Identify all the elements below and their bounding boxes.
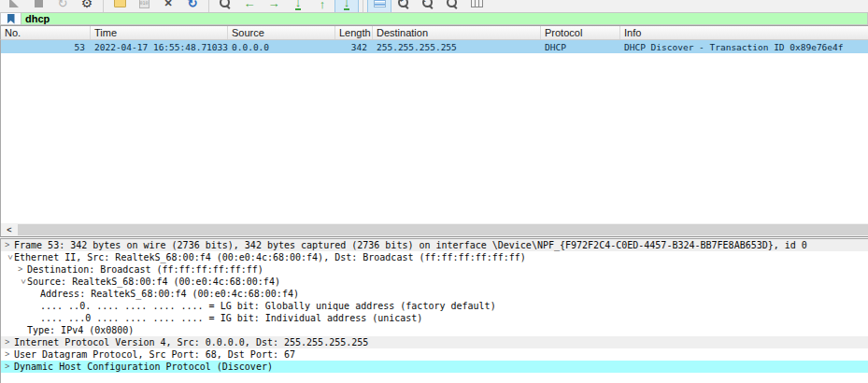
zoom-100-icon <box>447 0 458 8</box>
column-header-length[interactable]: Length <box>335 26 373 39</box>
column-header-source[interactable]: Source <box>228 26 335 39</box>
detail-row[interactable]: >User Datagram Protocol, Src Port: 68, D… <box>1 348 868 361</box>
expander-icon[interactable]: > <box>17 277 29 287</box>
go-forward-icon[interactable]: → <box>262 0 286 12</box>
toolbar-separator <box>103 0 104 12</box>
detail-row[interactable]: >Frame 53: 342 bytes on wire (2736 bits)… <box>1 239 868 251</box>
packet-list-hscrollbar[interactable]: < <box>0 223 868 237</box>
main-toolbar: ↻⚙010✕↻←→↓↑↓+- <box>0 0 868 12</box>
detail-row[interactable]: >Source: RealtekS_68:00:f4 (00:e0:4c:68:… <box>1 276 868 288</box>
expander-icon[interactable]: > <box>5 361 14 373</box>
save-file-icon[interactable]: 010 <box>132 0 156 12</box>
open-file-icon[interactable] <box>107 0 132 12</box>
restart-capture-icon[interactable]: ↻ <box>50 0 75 12</box>
detail-text: Type: IPv4 (0x0800) <box>27 324 134 336</box>
detail-text: Internet Protocol Version 4, Src: 0.0.0.… <box>14 336 368 348</box>
restart-capture-icon: ↻ <box>58 0 68 9</box>
zoom-out-icon[interactable]: - <box>416 0 440 12</box>
packet-details: >Frame 53: 342 bytes on wire (2736 bits)… <box>0 238 868 383</box>
detail-text: Dynamic Host Configuration Protocol (Dis… <box>14 361 273 373</box>
detail-text: Frame 53: 342 bytes on wire (2736 bits),… <box>14 239 807 251</box>
go-to-packet-icon[interactable]: ↓ <box>286 0 310 12</box>
packet-cell-no: 53 <box>1 42 91 52</box>
detail-text: Destination: Broadcast (ff:ff:ff:ff:ff:f… <box>27 263 263 276</box>
packet-cell-time: 2022-04-17 16:55:48.710338 <box>91 42 228 52</box>
packet-list-body: 532022-04-17 16:55:48.7103380.0.0.034225… <box>0 40 868 223</box>
reload-file-icon[interactable]: ↻ <box>180 0 205 12</box>
column-header-info[interactable]: Info <box>620 26 868 39</box>
detail-row[interactable]: .... ..0. .... .... .... .... = LG bit: … <box>1 300 868 312</box>
expander-icon[interactable]: > <box>5 336 14 348</box>
detail-row[interactable]: Address: RealtekS_68:00:f4 (00:e0:4c:68:… <box>1 288 868 300</box>
detail-text: Source: RealtekS_68:00:f4 (00:e0:4c:68:0… <box>27 276 280 288</box>
auto-scroll-icon[interactable]: ↓ <box>334 0 359 12</box>
colorize-icon[interactable] <box>367 0 391 12</box>
close-file-icon: ✕ <box>164 0 172 8</box>
open-file-icon <box>114 0 126 7</box>
go-to-packet-icon: ↓ <box>295 0 302 10</box>
packet-cell-protocol: DHCP <box>541 42 620 52</box>
display-filter-bar <box>0 12 868 26</box>
go-back-icon: ← <box>244 0 256 9</box>
resize-columns-icon[interactable] <box>464 0 489 12</box>
start-capture-icon <box>9 0 19 7</box>
detail-row[interactable]: >Destination: Broadcast (ff:ff:ff:ff:ff:… <box>1 263 868 276</box>
bookmark-icon <box>7 14 15 24</box>
stop-capture-icon <box>35 0 43 7</box>
detail-row[interactable]: >Internet Protocol Version 4, Src: 0.0.0… <box>1 336 868 348</box>
filter-bookmark-button[interactable] <box>0 12 21 25</box>
zoom-in-icon[interactable]: + <box>391 0 416 12</box>
detail-row[interactable]: Type: IPv4 (0x0800) <box>1 324 868 336</box>
packet-cell-info: DHCP Discover - Transaction ID 0x89e76e4… <box>620 42 868 52</box>
hscrollbar-thumb[interactable] <box>18 224 868 235</box>
packet-cell-source: 0.0.0.0 <box>228 42 335 52</box>
packet-row[interactable]: 532022-04-17 16:55:48.7103380.0.0.034225… <box>1 40 868 53</box>
expander-icon[interactable]: > <box>4 253 16 262</box>
zoom-in-icon: + <box>398 0 409 8</box>
packet-cell-length: 342 <box>335 42 373 52</box>
save-file-icon: 010 <box>139 0 149 8</box>
packet-cell-destination: 255.255.255.255 <box>373 42 541 52</box>
close-file-icon[interactable]: ✕ <box>156 0 180 12</box>
detail-text: Address: RealtekS_68:00:f4 (00:e0:4c:68:… <box>40 288 299 300</box>
expander-icon[interactable]: > <box>5 348 14 361</box>
column-header-time[interactable]: Time <box>91 26 228 39</box>
toolbar-separator <box>208 0 209 12</box>
detail-row[interactable]: >Ethernet II, Src: RealtekS_68:00:f4 (00… <box>1 251 868 263</box>
toolbar-separator <box>363 0 363 12</box>
find-packet-icon[interactable] <box>213 0 237 12</box>
resize-columns-icon <box>471 0 483 7</box>
reload-file-icon: ↻ <box>188 0 198 9</box>
wireshark-window: ↻⚙010✕↻←→↓↑↓+- No.TimeSourceLengthDestin… <box>0 0 868 383</box>
colorize-icon <box>374 0 386 7</box>
packet-list-header: No.TimeSourceLengthDestinationProtocolIn… <box>0 26 868 40</box>
display-filter-input[interactable] <box>21 12 868 25</box>
go-back-icon[interactable]: ← <box>237 0 262 12</box>
hscrollbar-left-arrow-icon[interactable]: < <box>3 224 16 235</box>
zoom-100-icon[interactable] <box>440 0 464 12</box>
detail-row[interactable]: >Dynamic Host Configuration Protocol (Di… <box>1 361 868 373</box>
detail-text: User Datagram Protocol, Src Port: 68, Ds… <box>14 348 295 361</box>
expander-icon[interactable]: > <box>5 239 14 251</box>
detail-text: .... ...0 .... .... .... .... = IG bit: … <box>40 312 422 324</box>
zoom-out-icon: - <box>422 0 434 8</box>
column-header-destination[interactable]: Destination <box>373 26 541 39</box>
column-header-no[interactable]: No. <box>1 26 91 39</box>
start-capture-icon[interactable] <box>2 0 26 12</box>
find-packet-icon <box>220 0 231 8</box>
stop-capture-icon[interactable] <box>26 0 50 12</box>
column-header-protocol[interactable]: Protocol <box>541 26 620 39</box>
auto-scroll-icon: ↓ <box>344 0 350 10</box>
detail-text: Ethernet II, Src: RealtekS_68:00:f4 (00:… <box>14 251 526 263</box>
detail-text: .... ..0. .... .... .... .... = LG bit: … <box>40 300 496 312</box>
detail-row[interactable]: .... ...0 .... .... .... .... = IG bit: … <box>1 312 868 324</box>
expander-icon[interactable]: > <box>18 263 27 276</box>
go-first-packet-icon: ↑ <box>320 0 326 10</box>
capture-options-icon: ⚙ <box>81 0 93 9</box>
go-forward-icon: → <box>268 0 280 9</box>
capture-options-icon[interactable]: ⚙ <box>75 0 99 12</box>
go-first-packet-icon[interactable]: ↑ <box>310 0 334 12</box>
